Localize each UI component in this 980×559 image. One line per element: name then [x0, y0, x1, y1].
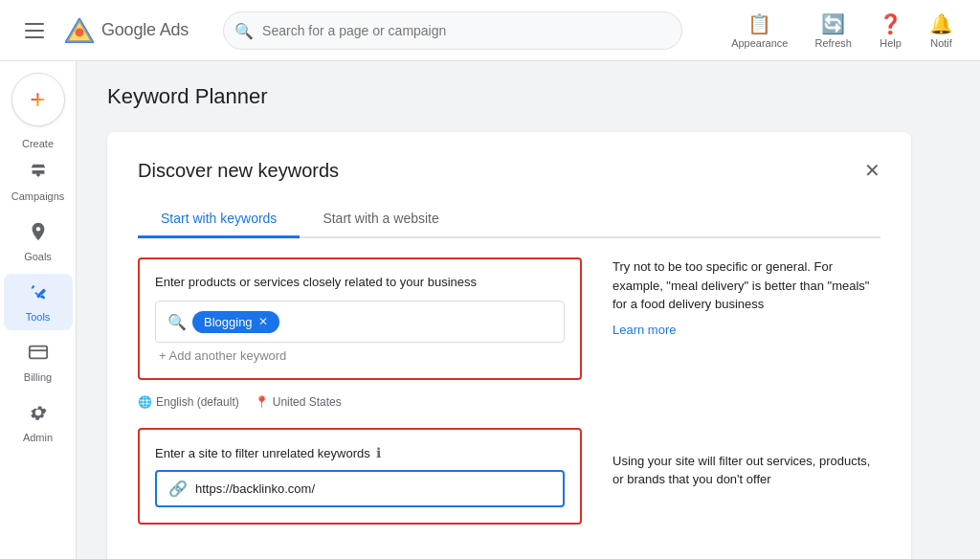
site-input-wrap[interactable]: 🔗	[155, 470, 565, 507]
language-selector[interactable]: 🌐 English (default)	[138, 395, 239, 409]
search-box: 🔍	[223, 11, 682, 50]
keyword-chip-blogging: Blogging ✕	[192, 311, 279, 333]
top-navigation: Google Ads 🔍 📋 Appearance 🔄 Refresh ❓ He…	[0, 0, 980, 61]
sidebar: + Create Campaigns Goals Tools Billing A…	[0, 61, 77, 559]
hint-text-2: Using your site will filter out services…	[612, 452, 880, 489]
appearance-button[interactable]: 📋 Appearance	[720, 7, 799, 55]
language-icon: 🌐	[138, 395, 152, 409]
notifications-button[interactable]: 🔔 Notif	[918, 7, 965, 55]
site-label-row: Enter a site to filter unrelated keyword…	[155, 445, 565, 460]
hint-text-1: Try not to be too specific or general. F…	[612, 257, 880, 314]
nav-actions: 📋 Appearance 🔄 Refresh ❓ Help 🔔 Notif	[720, 7, 965, 55]
language-row: 🌐 English (default) 📍 United States	[138, 395, 582, 409]
tools-icon	[28, 281, 49, 307]
chip-close-icon[interactable]: ✕	[258, 315, 268, 328]
tab-website[interactable]: Start with a website	[300, 201, 461, 238]
appearance-label: Appearance	[731, 37, 788, 49]
help-button[interactable]: ❓ Help	[867, 7, 914, 55]
link-icon: 🔗	[168, 480, 188, 498]
hamburger-icon	[25, 23, 44, 38]
refresh-button[interactable]: 🔄 Refresh	[803, 7, 863, 55]
campaigns-icon	[28, 161, 49, 187]
card-header: Discover new keywords ✕	[138, 159, 880, 182]
search-input[interactable]	[223, 11, 682, 50]
goals-icon	[28, 221, 49, 247]
right-panel: Try not to be too specific or general. F…	[612, 257, 880, 540]
refresh-label: Refresh	[814, 37, 852, 49]
billing-icon	[28, 342, 49, 368]
card-title: Discover new keywords	[138, 160, 339, 182]
hamburger-menu[interactable]	[15, 11, 54, 50]
tab-keywords[interactable]: Start with keywords	[138, 201, 300, 238]
search-icon-input: 🔍	[167, 313, 187, 331]
main-content: Keyword Planner Discover new keywords ✕ …	[77, 61, 980, 559]
billing-label: Billing	[24, 371, 52, 383]
site-url-input[interactable]	[195, 481, 551, 496]
create-button[interactable]: +	[11, 73, 65, 126]
site-section-box: Enter a site to filter unrelated keyword…	[138, 428, 582, 525]
keyword-input-area[interactable]: 🔍 Blogging ✕	[155, 301, 565, 343]
goals-label: Goals	[24, 251, 52, 262]
site-section-label: Enter a site to filter unrelated keyword…	[155, 446, 370, 460]
sidebar-item-campaigns[interactable]: Campaigns	[4, 153, 73, 210]
notifications-label: Notif	[930, 37, 952, 49]
chip-value: Blogging	[204, 315, 253, 329]
admin-label: Admin	[23, 432, 53, 443]
plus-icon: +	[30, 84, 45, 115]
keywords-section-box: Enter products or services closely relat…	[138, 257, 582, 380]
app-brand-label: Google Ads	[101, 20, 189, 40]
help-icon: ❓	[879, 12, 902, 35]
search-icon: 🔍	[234, 21, 254, 39]
tab-keywords-label: Start with keywords	[161, 211, 277, 226]
logo-area: Google Ads	[65, 18, 189, 43]
sidebar-item-admin[interactable]: Admin	[4, 394, 73, 451]
language-label: English (default)	[156, 395, 239, 409]
svg-rect-3	[29, 347, 46, 359]
admin-icon	[28, 402, 49, 428]
left-panel: Enter products or services closely relat…	[138, 257, 582, 540]
keyword-planner-card: Discover new keywords ✕ Start with keywo…	[107, 132, 911, 559]
campaigns-label: Campaigns	[11, 190, 65, 202]
page-title: Keyword Planner	[107, 84, 949, 109]
google-ads-logo-icon	[65, 18, 94, 43]
bell-icon: 🔔	[929, 12, 953, 35]
sidebar-item-tools[interactable]: Tools	[4, 274, 73, 330]
keywords-section-label: Enter products or services closely relat…	[155, 275, 565, 289]
help-label: Help	[880, 37, 902, 49]
create-label: Create	[22, 138, 54, 149]
svg-point-2	[76, 28, 84, 36]
tab-bar: Start with keywords Start with a website	[138, 201, 880, 238]
learn-more-link[interactable]: Learn more	[612, 323, 676, 337]
tooltip-icon: ℹ	[376, 445, 381, 460]
refresh-icon: 🔄	[821, 12, 845, 35]
country-label: United States	[273, 395, 342, 409]
tab-website-label: Start with a website	[323, 211, 438, 226]
sidebar-item-billing[interactable]: Billing	[4, 334, 73, 391]
close-button[interactable]: ✕	[864, 159, 880, 182]
card-content: Enter products or services closely relat…	[138, 257, 880, 540]
country-selector[interactable]: 📍 United States	[255, 395, 342, 409]
add-keyword-placeholder[interactable]: + Add another keyword	[155, 348, 565, 363]
appearance-icon: 📋	[747, 12, 771, 35]
tools-label: Tools	[26, 311, 51, 323]
sidebar-item-goals[interactable]: Goals	[4, 213, 73, 270]
location-pin-icon: 📍	[255, 395, 269, 409]
